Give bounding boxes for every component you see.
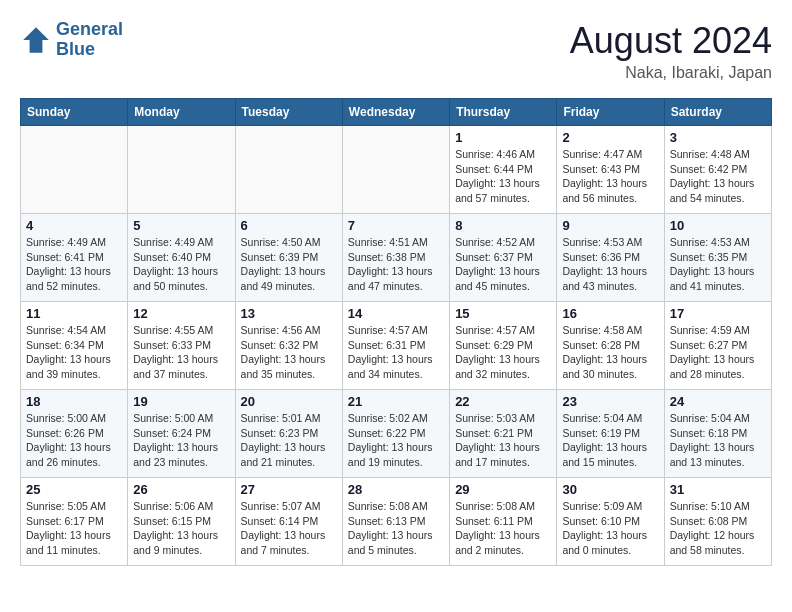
day-number: 15 bbox=[455, 306, 551, 321]
calendar-header-row: SundayMondayTuesdayWednesdayThursdayFrid… bbox=[21, 99, 772, 126]
day-number: 8 bbox=[455, 218, 551, 233]
day-number: 28 bbox=[348, 482, 444, 497]
day-info: Sunrise: 4:47 AM Sunset: 6:43 PM Dayligh… bbox=[562, 147, 658, 206]
day-number: 3 bbox=[670, 130, 766, 145]
day-number: 11 bbox=[26, 306, 122, 321]
day-number: 17 bbox=[670, 306, 766, 321]
calendar-cell: 14Sunrise: 4:57 AM Sunset: 6:31 PM Dayli… bbox=[342, 302, 449, 390]
day-number: 23 bbox=[562, 394, 658, 409]
day-info: Sunrise: 5:06 AM Sunset: 6:15 PM Dayligh… bbox=[133, 499, 229, 558]
col-header-wednesday: Wednesday bbox=[342, 99, 449, 126]
calendar-week-row: 11Sunrise: 4:54 AM Sunset: 6:34 PM Dayli… bbox=[21, 302, 772, 390]
day-number: 22 bbox=[455, 394, 551, 409]
day-info: Sunrise: 5:00 AM Sunset: 6:24 PM Dayligh… bbox=[133, 411, 229, 470]
day-number: 21 bbox=[348, 394, 444, 409]
calendar-week-row: 1Sunrise: 4:46 AM Sunset: 6:44 PM Daylig… bbox=[21, 126, 772, 214]
day-info: Sunrise: 5:02 AM Sunset: 6:22 PM Dayligh… bbox=[348, 411, 444, 470]
day-number: 31 bbox=[670, 482, 766, 497]
calendar-cell: 7Sunrise: 4:51 AM Sunset: 6:38 PM Daylig… bbox=[342, 214, 449, 302]
calendar-cell: 8Sunrise: 4:52 AM Sunset: 6:37 PM Daylig… bbox=[450, 214, 557, 302]
day-info: Sunrise: 5:10 AM Sunset: 6:08 PM Dayligh… bbox=[670, 499, 766, 558]
calendar-cell: 10Sunrise: 4:53 AM Sunset: 6:35 PM Dayli… bbox=[664, 214, 771, 302]
col-header-tuesday: Tuesday bbox=[235, 99, 342, 126]
calendar-cell bbox=[235, 126, 342, 214]
col-header-monday: Monday bbox=[128, 99, 235, 126]
day-number: 5 bbox=[133, 218, 229, 233]
calendar-cell: 15Sunrise: 4:57 AM Sunset: 6:29 PM Dayli… bbox=[450, 302, 557, 390]
day-info: Sunrise: 5:04 AM Sunset: 6:19 PM Dayligh… bbox=[562, 411, 658, 470]
day-number: 25 bbox=[26, 482, 122, 497]
calendar-cell: 29Sunrise: 5:08 AM Sunset: 6:11 PM Dayli… bbox=[450, 478, 557, 566]
calendar-cell: 4Sunrise: 4:49 AM Sunset: 6:41 PM Daylig… bbox=[21, 214, 128, 302]
day-info: Sunrise: 4:48 AM Sunset: 6:42 PM Dayligh… bbox=[670, 147, 766, 206]
calendar-cell bbox=[342, 126, 449, 214]
day-info: Sunrise: 4:56 AM Sunset: 6:32 PM Dayligh… bbox=[241, 323, 337, 382]
calendar-cell: 6Sunrise: 4:50 AM Sunset: 6:39 PM Daylig… bbox=[235, 214, 342, 302]
col-header-friday: Friday bbox=[557, 99, 664, 126]
day-info: Sunrise: 4:53 AM Sunset: 6:36 PM Dayligh… bbox=[562, 235, 658, 294]
day-info: Sunrise: 5:01 AM Sunset: 6:23 PM Dayligh… bbox=[241, 411, 337, 470]
col-header-saturday: Saturday bbox=[664, 99, 771, 126]
day-number: 24 bbox=[670, 394, 766, 409]
day-info: Sunrise: 4:49 AM Sunset: 6:40 PM Dayligh… bbox=[133, 235, 229, 294]
day-number: 14 bbox=[348, 306, 444, 321]
calendar-cell: 13Sunrise: 4:56 AM Sunset: 6:32 PM Dayli… bbox=[235, 302, 342, 390]
day-number: 13 bbox=[241, 306, 337, 321]
day-info: Sunrise: 5:07 AM Sunset: 6:14 PM Dayligh… bbox=[241, 499, 337, 558]
day-number: 18 bbox=[26, 394, 122, 409]
calendar-cell: 26Sunrise: 5:06 AM Sunset: 6:15 PM Dayli… bbox=[128, 478, 235, 566]
day-number: 29 bbox=[455, 482, 551, 497]
calendar-cell: 28Sunrise: 5:08 AM Sunset: 6:13 PM Dayli… bbox=[342, 478, 449, 566]
calendar-cell: 23Sunrise: 5:04 AM Sunset: 6:19 PM Dayli… bbox=[557, 390, 664, 478]
title-block: August 2024 Naka, Ibaraki, Japan bbox=[570, 20, 772, 82]
calendar-cell: 17Sunrise: 4:59 AM Sunset: 6:27 PM Dayli… bbox=[664, 302, 771, 390]
calendar-cell: 20Sunrise: 5:01 AM Sunset: 6:23 PM Dayli… bbox=[235, 390, 342, 478]
day-number: 16 bbox=[562, 306, 658, 321]
day-info: Sunrise: 5:04 AM Sunset: 6:18 PM Dayligh… bbox=[670, 411, 766, 470]
logo: General Blue bbox=[20, 20, 123, 60]
calendar-cell: 2Sunrise: 4:47 AM Sunset: 6:43 PM Daylig… bbox=[557, 126, 664, 214]
calendar-cell bbox=[21, 126, 128, 214]
calendar-cell: 25Sunrise: 5:05 AM Sunset: 6:17 PM Dayli… bbox=[21, 478, 128, 566]
day-number: 26 bbox=[133, 482, 229, 497]
calendar-cell: 24Sunrise: 5:04 AM Sunset: 6:18 PM Dayli… bbox=[664, 390, 771, 478]
day-number: 4 bbox=[26, 218, 122, 233]
logo-text: General Blue bbox=[56, 20, 123, 60]
day-info: Sunrise: 4:53 AM Sunset: 6:35 PM Dayligh… bbox=[670, 235, 766, 294]
page-header: General Blue August 2024 Naka, Ibaraki, … bbox=[20, 20, 772, 82]
calendar-cell: 30Sunrise: 5:09 AM Sunset: 6:10 PM Dayli… bbox=[557, 478, 664, 566]
day-info: Sunrise: 4:50 AM Sunset: 6:39 PM Dayligh… bbox=[241, 235, 337, 294]
day-number: 19 bbox=[133, 394, 229, 409]
day-number: 27 bbox=[241, 482, 337, 497]
calendar-cell: 5Sunrise: 4:49 AM Sunset: 6:40 PM Daylig… bbox=[128, 214, 235, 302]
day-number: 12 bbox=[133, 306, 229, 321]
calendar-cell: 27Sunrise: 5:07 AM Sunset: 6:14 PM Dayli… bbox=[235, 478, 342, 566]
day-info: Sunrise: 4:55 AM Sunset: 6:33 PM Dayligh… bbox=[133, 323, 229, 382]
day-number: 30 bbox=[562, 482, 658, 497]
logo-icon bbox=[20, 24, 52, 56]
calendar-week-row: 4Sunrise: 4:49 AM Sunset: 6:41 PM Daylig… bbox=[21, 214, 772, 302]
day-info: Sunrise: 4:59 AM Sunset: 6:27 PM Dayligh… bbox=[670, 323, 766, 382]
logo-line1: General bbox=[56, 19, 123, 39]
calendar-cell: 16Sunrise: 4:58 AM Sunset: 6:28 PM Dayli… bbox=[557, 302, 664, 390]
calendar-cell bbox=[128, 126, 235, 214]
calendar-cell: 12Sunrise: 4:55 AM Sunset: 6:33 PM Dayli… bbox=[128, 302, 235, 390]
day-info: Sunrise: 4:54 AM Sunset: 6:34 PM Dayligh… bbox=[26, 323, 122, 382]
day-number: 7 bbox=[348, 218, 444, 233]
svg-marker-0 bbox=[23, 27, 49, 53]
calendar-cell: 22Sunrise: 5:03 AM Sunset: 6:21 PM Dayli… bbox=[450, 390, 557, 478]
calendar-cell: 11Sunrise: 4:54 AM Sunset: 6:34 PM Dayli… bbox=[21, 302, 128, 390]
day-number: 20 bbox=[241, 394, 337, 409]
day-info: Sunrise: 4:57 AM Sunset: 6:31 PM Dayligh… bbox=[348, 323, 444, 382]
day-info: Sunrise: 4:49 AM Sunset: 6:41 PM Dayligh… bbox=[26, 235, 122, 294]
day-number: 1 bbox=[455, 130, 551, 145]
calendar-cell: 21Sunrise: 5:02 AM Sunset: 6:22 PM Dayli… bbox=[342, 390, 449, 478]
day-number: 6 bbox=[241, 218, 337, 233]
calendar-cell: 3Sunrise: 4:48 AM Sunset: 6:42 PM Daylig… bbox=[664, 126, 771, 214]
day-info: Sunrise: 5:00 AM Sunset: 6:26 PM Dayligh… bbox=[26, 411, 122, 470]
calendar-title: August 2024 bbox=[570, 20, 772, 62]
day-number: 10 bbox=[670, 218, 766, 233]
col-header-sunday: Sunday bbox=[21, 99, 128, 126]
day-info: Sunrise: 5:09 AM Sunset: 6:10 PM Dayligh… bbox=[562, 499, 658, 558]
day-info: Sunrise: 5:05 AM Sunset: 6:17 PM Dayligh… bbox=[26, 499, 122, 558]
